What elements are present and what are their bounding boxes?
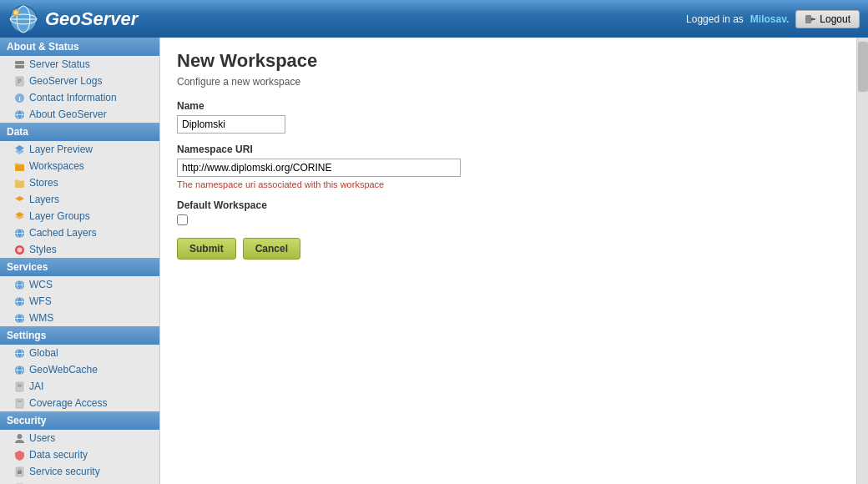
sidebar-label-users: Users [29, 432, 55, 444]
logo-area: GeoServer [8, 4, 138, 34]
sidebar-label-layer-groups: Layer Groups [29, 210, 90, 222]
data-security-icon [13, 449, 25, 461]
sidebar-label-wcs: WCS [29, 279, 53, 290]
default-workspace-checkbox[interactable] [177, 214, 188, 225]
sidebar-label-wms: WMS [29, 312, 53, 324]
sidebar-label-geowebcache: GeoWebCache [29, 364, 98, 376]
global-icon [13, 347, 25, 359]
jai-icon [13, 381, 25, 392]
sidebar-item-layer-preview[interactable]: Layer Preview [0, 141, 159, 158]
svg-point-33 [17, 247, 22, 252]
wfs-icon [13, 295, 25, 307]
sidebar-item-global[interactable]: Global [0, 345, 159, 361]
sidebar-item-wms[interactable]: WMS [0, 310, 159, 326]
namespace-uri-label: Namespace URI [177, 144, 840, 155]
coverage-icon [13, 397, 25, 409]
sidebar-item-jai[interactable]: JAI [0, 378, 159, 395]
sidebar-item-workspaces[interactable]: Workspaces [0, 158, 159, 174]
sidebar-item-geowebcache[interactable]: GeoWebCache [0, 361, 159, 378]
default-workspace-form-group: Default Workspace [177, 199, 840, 225]
name-form-group: Name [177, 100, 840, 134]
sidebar-item-layers[interactable]: Layers [0, 191, 159, 208]
sidebar-section-services: Services [0, 258, 159, 276]
scrollbar-area[interactable] [856, 38, 868, 484]
logout-icon [805, 13, 816, 25]
sidebar-label-contact-information: Contact Information [29, 92, 117, 103]
svg-text:i: i [18, 95, 20, 103]
sidebar-label-stores: Stores [29, 177, 58, 189]
sidebar-label-coverage-access: Coverage Access [29, 397, 107, 409]
wms-icon [13, 312, 25, 324]
default-workspace-label: Default Workspace [177, 199, 840, 211]
page-title: New Workspace [177, 50, 840, 72]
sidebar-label-cached-layers: Cached Layers [29, 227, 97, 239]
svg-point-12 [22, 66, 23, 68]
service-security-icon [13, 466, 25, 477]
sidebar-label-styles: Styles [29, 244, 57, 255]
sidebar-label-server-status: Server Status [29, 58, 90, 70]
namespace-uri-form-group: Namespace URI The namespace uri associat… [177, 144, 840, 189]
layout: About & Status Server Status GeoServer L… [0, 38, 868, 484]
sidebar-item-contact-information[interactable]: i Contact Information [0, 89, 159, 106]
server-icon [13, 58, 25, 70]
namespace-uri-hint: The namespace uri associated with this w… [177, 179, 840, 189]
app-title: GeoServer [45, 8, 138, 30]
namespace-uri-input[interactable] [177, 159, 461, 177]
workspaces-icon [13, 160, 25, 172]
sidebar-label-global: Global [29, 347, 58, 359]
sidebar-section-settings: Settings [0, 326, 159, 345]
sidebar-item-catalog-security[interactable]: Catalog security [0, 480, 159, 484]
sidebar-label-about-geoserver: About GeoServer [29, 108, 107, 120]
sidebar-item-wcs[interactable]: WCS [0, 276, 159, 293]
submit-button[interactable]: Submit [177, 238, 236, 260]
page-subtitle: Configure a new workspace [177, 76, 840, 88]
users-icon [13, 432, 25, 444]
page-icon [13, 75, 25, 87]
cached-icon [13, 227, 25, 239]
svg-point-5 [14, 10, 18, 14]
sidebar-label-service-security: Service security [29, 466, 100, 477]
sidebar-item-coverage-access[interactable]: Coverage Access [0, 395, 159, 411]
svg-rect-25 [15, 181, 24, 188]
sidebar-item-layer-groups[interactable]: Layer Groups [0, 208, 159, 224]
sidebar-item-cached-layers[interactable]: Cached Layers [0, 224, 159, 241]
name-input[interactable] [177, 115, 285, 134]
layer-groups-icon [13, 210, 25, 222]
sidebar-label-jai: JAI [29, 381, 43, 392]
default-workspace-checkbox-row [177, 214, 840, 225]
svg-marker-26 [15, 196, 24, 201]
stores-icon [13, 177, 25, 189]
svg-rect-52 [16, 399, 23, 408]
logout-label: Logout [820, 13, 850, 25]
sidebar-label-data-security: Data security [29, 449, 88, 461]
svg-rect-24 [15, 164, 24, 171]
sidebar-item-stores[interactable]: Stores [0, 174, 159, 191]
sidebar-item-geoserver-logs[interactable]: GeoServer Logs [0, 73, 159, 89]
name-label: Name [177, 100, 840, 112]
sidebar-section-about-status: About & Status [0, 38, 159, 56]
sidebar-item-about-geoserver[interactable]: About GeoServer [0, 106, 159, 123]
sidebar-label-layers: Layers [29, 194, 59, 205]
globe-icon [13, 108, 25, 120]
main-content: New Workspace Configure a new workspace … [160, 38, 856, 484]
header-right: Logged in as Milosav. Logout [686, 10, 860, 28]
info-icon: i [13, 92, 25, 103]
layers-icon [13, 144, 25, 155]
sidebar-item-service-security[interactable]: Service security [0, 463, 159, 480]
sidebar-item-data-security[interactable]: Data security [0, 446, 159, 463]
cancel-button[interactable]: Cancel [243, 238, 300, 260]
wcs-icon [13, 279, 25, 290]
styles-icon [13, 244, 25, 255]
logged-in-text: Logged in as [686, 13, 744, 25]
sidebar-item-wfs[interactable]: WFS [0, 293, 159, 310]
svg-point-54 [17, 434, 22, 439]
logout-button[interactable]: Logout [795, 10, 860, 28]
username: Milosav. [750, 13, 789, 25]
sidebar-item-server-status[interactable]: Server Status [0, 56, 159, 73]
sidebar-label-layer-preview: Layer Preview [29, 144, 93, 155]
scrollbar-thumb[interactable] [858, 42, 868, 92]
geowebcache-icon [13, 364, 25, 376]
sidebar-item-users[interactable]: Users [0, 430, 159, 446]
sidebar-item-styles[interactable]: Styles [0, 241, 159, 258]
sidebar-label-geoserver-logs: GeoServer Logs [29, 75, 102, 87]
